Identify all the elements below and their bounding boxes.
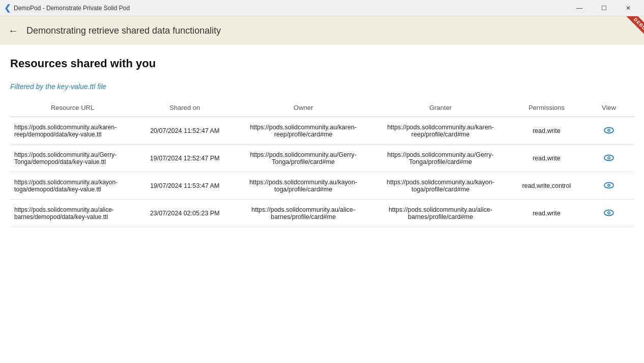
app-icon: ❮ — [4, 3, 11, 13]
view-icon[interactable] — [602, 123, 616, 137]
close-button[interactable]: ✕ — [617, 0, 640, 16]
cell-granter: https://pods.solidcommunity.au/Gerry-Ton… — [372, 145, 509, 172]
table-header-row: Resource URL Shared on Owner Granter Per… — [10, 99, 634, 117]
header-bar: ← Demonstrating retrieve shared data fun… — [0, 16, 644, 45]
cell-granter: https://pods.solidcommunity.au/kayon-tog… — [372, 172, 509, 200]
data-table: Resource URL Shared on Owner Granter Per… — [10, 99, 634, 227]
cell-permissions: read,write,control — [509, 172, 584, 200]
title-bar-controls: — ☐ ✕ — [568, 0, 640, 16]
title-bar: ❮ DemoPod - Demonstrate Private Solid Po… — [0, 0, 644, 16]
cell-granter: https://pods.solidcommunity.au/alice-bar… — [372, 200, 509, 227]
col-header-resource-url: Resource URL — [10, 99, 135, 117]
filter-label: Filtered by the key-value.ttl file — [10, 82, 634, 91]
cell-permissions: read,write — [509, 200, 584, 227]
col-header-view: View — [584, 99, 634, 117]
cell-shared-on: 19/07/2024 12:52:47 PM — [135, 145, 235, 172]
col-header-shared-on: Shared on — [135, 99, 235, 117]
svg-point-5 — [608, 157, 610, 159]
cell-resource-url: https://pods.solidcommunity.au/karen-ree… — [10, 117, 135, 145]
cell-owner: https://pods.solidcommunity.au/karen-ree… — [235, 117, 372, 145]
cell-owner: https://pods.solidcommunity.au/alice-bar… — [235, 200, 372, 227]
col-header-owner: Owner — [235, 99, 372, 117]
cell-granter: https://pods.solidcommunity.au/karen-ree… — [372, 117, 509, 145]
minimize-button[interactable]: — — [568, 0, 591, 16]
back-button[interactable]: ← — [8, 25, 18, 36]
cell-owner: https://pods.solidcommunity.au/Gerry-Ton… — [235, 145, 372, 172]
view-icon[interactable] — [602, 178, 616, 192]
cell-shared-on: 20/07/2024 11:52:47 AM — [135, 117, 235, 145]
cell-view — [584, 145, 634, 172]
col-header-granter: Granter — [372, 99, 509, 117]
cell-shared-on: 19/07/2024 11:53:47 AM — [135, 172, 235, 200]
page-heading: Resources shared with you — [10, 57, 634, 70]
cell-resource-url: https://pods.solidcommunity.au/alice-bar… — [10, 200, 135, 227]
cell-view — [584, 172, 634, 200]
svg-point-8 — [608, 185, 610, 186]
title-bar-text: DemoPod - Demonstrate Private Solid Pod — [14, 5, 130, 12]
debug-ribbon: DEBUG — [618, 16, 644, 45]
main-content: Resources shared with you Filtered by th… — [0, 45, 644, 239]
cell-resource-url: https://pods.solidcommunity.au/Gerry-Ton… — [10, 145, 135, 172]
title-bar-left: ❮ DemoPod - Demonstrate Private Solid Po… — [4, 3, 130, 13]
cell-resource-url: https://pods.solidcommunity.au/kayon-tog… — [10, 172, 135, 200]
table-row: https://pods.solidcommunity.au/alice-bar… — [10, 200, 634, 227]
table-row: https://pods.solidcommunity.au/kayon-tog… — [10, 172, 634, 200]
cell-permissions: read,write — [509, 145, 584, 172]
maximize-button[interactable]: ☐ — [592, 0, 616, 16]
cell-view — [584, 117, 634, 145]
view-icon[interactable] — [602, 151, 616, 165]
cell-permissions: read,write — [509, 117, 584, 145]
table-row: https://pods.solidcommunity.au/karen-ree… — [10, 117, 634, 145]
svg-point-11 — [608, 212, 610, 214]
cell-view — [584, 200, 634, 227]
table-row: https://pods.solidcommunity.au/Gerry-Ton… — [10, 145, 634, 172]
svg-point-2 — [608, 130, 610, 131]
debug-label: DEBUG — [625, 16, 644, 42]
col-header-permissions: Permissions — [509, 99, 584, 117]
view-icon[interactable] — [602, 206, 616, 220]
cell-shared-on: 23/07/2024 02:05:23 PM — [135, 200, 235, 227]
header-title: Demonstrating retrieve shared data funct… — [26, 25, 221, 36]
cell-owner: https://pods.solidcommunity.au/kayon-tog… — [235, 172, 372, 200]
